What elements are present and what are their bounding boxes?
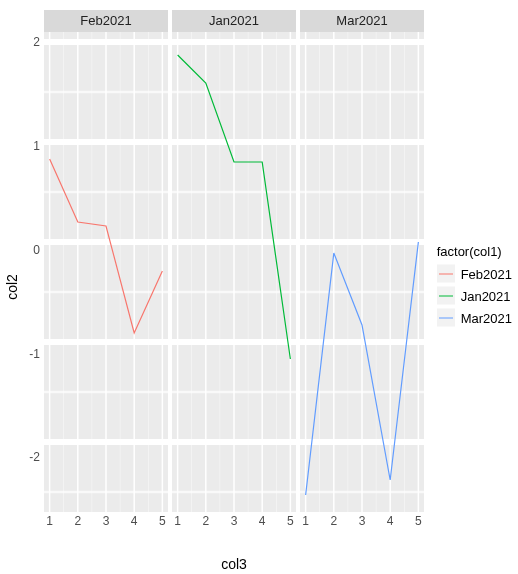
facet-panel-body — [172, 32, 296, 512]
y-tick-label: 2 — [33, 35, 40, 49]
x-tick-label: 1 — [46, 514, 53, 528]
legend-item: Mar2021 — [437, 309, 512, 327]
x-tick-label: 4 — [131, 514, 138, 528]
x-tick-label: 3 — [359, 514, 366, 528]
x-axis-ticks: 12345 — [172, 512, 296, 530]
legend: factor(col1) Feb2021Jan2021Mar2021 — [437, 244, 512, 331]
x-tick-label: 1 — [302, 514, 309, 528]
facet-panel-body — [300, 32, 424, 512]
legend-item-label: Jan2021 — [461, 288, 511, 303]
y-tick-label: -1 — [29, 347, 40, 361]
facet-strip-label: Jan2021 — [172, 10, 296, 32]
y-axis-ticks: -2-1012 — [18, 32, 40, 530]
legend-item: Jan2021 — [437, 287, 512, 305]
x-tick-label: 5 — [287, 514, 294, 528]
x-axis-ticks: 12345 — [300, 512, 424, 530]
facet-panel: Mar202112345 — [300, 10, 424, 530]
facet-panel: Jan202112345 — [172, 10, 296, 530]
legend-item-label: Feb2021 — [461, 266, 512, 281]
x-tick-label: 4 — [387, 514, 394, 528]
facet-strip-label: Feb2021 — [44, 10, 168, 32]
plot-region: -2-1012 Feb202112345Jan202112345Mar20211… — [44, 10, 424, 530]
x-tick-label: 4 — [259, 514, 266, 528]
legend-key-line-icon — [437, 309, 455, 327]
facet-panel: Feb202112345 — [44, 10, 168, 530]
x-axis-ticks: 12345 — [44, 512, 168, 530]
x-tick-label: 2 — [202, 514, 209, 528]
y-tick-label: 0 — [33, 243, 40, 257]
y-tick-label: 1 — [33, 139, 40, 153]
legend-item: Feb2021 — [437, 265, 512, 283]
legend-title: factor(col1) — [437, 244, 512, 259]
x-axis-title: col3 — [44, 556, 424, 572]
facet-panel-body — [44, 32, 168, 512]
facet-strip-label: Mar2021 — [300, 10, 424, 32]
facet-row: Feb202112345Jan202112345Mar202112345 — [44, 10, 424, 530]
y-tick-label: -2 — [29, 450, 40, 464]
x-tick-label: 3 — [103, 514, 110, 528]
legend-key-line-icon — [437, 287, 455, 305]
legend-key-line-icon — [437, 265, 455, 283]
x-tick-label: 2 — [74, 514, 81, 528]
x-tick-label: 5 — [415, 514, 422, 528]
faceted-line-chart: col2 -2-1012 Feb202112345Jan202112345Mar… — [0, 0, 518, 574]
x-tick-label: 3 — [231, 514, 238, 528]
legend-item-label: Mar2021 — [461, 310, 512, 325]
x-tick-label: 2 — [330, 514, 337, 528]
x-tick-label: 1 — [174, 514, 181, 528]
x-tick-label: 5 — [159, 514, 166, 528]
